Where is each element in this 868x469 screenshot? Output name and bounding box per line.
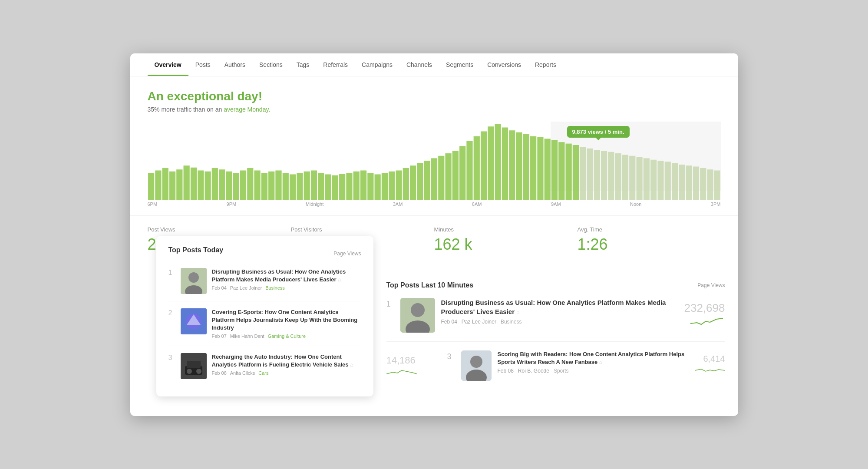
svg-rect-76 bbox=[679, 165, 685, 200]
today-post-1[interactable]: 1 Disrupting Business as Usual: How One … bbox=[168, 268, 361, 301]
svg-point-96 bbox=[187, 369, 192, 374]
today-post-3-info: Recharging the Auto Industry: How One Co… bbox=[212, 353, 361, 376]
chart-x-labels: 6PM 9PM Midnight 3AM 6AM 9AM Noon 3PM bbox=[148, 200, 721, 211]
svg-rect-73 bbox=[657, 161, 663, 200]
nav-sections[interactable]: Sections bbox=[252, 53, 290, 76]
post-thumb-3-10min bbox=[461, 350, 492, 381]
nav-overview[interactable]: Overview bbox=[148, 53, 188, 76]
svg-rect-24 bbox=[310, 170, 317, 200]
nav-referrals[interactable]: Referrals bbox=[316, 53, 355, 76]
nav-posts[interactable]: Posts bbox=[188, 53, 218, 76]
svg-rect-44 bbox=[452, 151, 458, 200]
svg-rect-5 bbox=[176, 169, 182, 200]
today-post-2-thumb bbox=[181, 308, 207, 334]
today-post-1-thumb bbox=[181, 268, 207, 294]
svg-rect-32 bbox=[367, 173, 373, 200]
svg-rect-18 bbox=[268, 171, 274, 199]
svg-rect-98 bbox=[187, 361, 201, 368]
svg-rect-56 bbox=[537, 137, 543, 200]
svg-rect-62 bbox=[580, 147, 586, 200]
svg-rect-10 bbox=[211, 168, 218, 199]
svg-rect-68 bbox=[622, 155, 628, 200]
svg-rect-61 bbox=[572, 145, 578, 200]
page-views-label-10min: Page Views bbox=[697, 282, 725, 288]
today-post-2[interactable]: 2 Covering E-Sports: How One Content Ana… bbox=[168, 308, 361, 347]
svg-rect-20 bbox=[282, 173, 288, 200]
svg-rect-1 bbox=[148, 173, 154, 200]
right-panel: Top Posts Last 10 Minutes Page Views 1 bbox=[373, 264, 738, 403]
svg-rect-45 bbox=[459, 146, 465, 200]
svg-rect-11 bbox=[218, 169, 224, 200]
nav-tags[interactable]: Tags bbox=[290, 53, 317, 76]
svg-rect-63 bbox=[587, 148, 593, 199]
svg-rect-33 bbox=[374, 174, 380, 200]
svg-rect-8 bbox=[198, 170, 204, 200]
svg-point-89 bbox=[188, 272, 199, 283]
svg-rect-72 bbox=[650, 159, 657, 199]
today-post-3-thumb bbox=[181, 353, 207, 379]
svg-rect-29 bbox=[346, 173, 352, 200]
svg-rect-77 bbox=[686, 165, 692, 200]
nav-authors[interactable]: Authors bbox=[218, 53, 252, 76]
svg-rect-64 bbox=[594, 150, 600, 200]
svg-rect-39 bbox=[417, 163, 423, 199]
stat-avg-time: Avg. Time 1:26 bbox=[578, 226, 721, 254]
svg-rect-28 bbox=[339, 174, 345, 200]
page-views-label-today: Page Views bbox=[333, 251, 361, 257]
svg-rect-14 bbox=[240, 170, 246, 200]
svg-rect-49 bbox=[488, 126, 494, 200]
svg-rect-3 bbox=[162, 168, 168, 199]
svg-rect-38 bbox=[409, 165, 416, 200]
svg-rect-74 bbox=[664, 162, 670, 200]
svg-rect-78 bbox=[693, 166, 699, 200]
top-posts-10min-title: Top Posts Last 10 Minutes bbox=[386, 281, 474, 289]
svg-rect-22 bbox=[297, 173, 303, 200]
average-monday-link[interactable]: average Monday. bbox=[224, 106, 270, 113]
svg-rect-42 bbox=[438, 155, 444, 199]
chart-bars bbox=[148, 122, 721, 200]
svg-rect-12 bbox=[226, 171, 232, 199]
svg-rect-69 bbox=[629, 155, 635, 199]
today-post-1-info: Disrupting Business as Usual: How One An… bbox=[212, 268, 361, 291]
svg-rect-21 bbox=[289, 174, 295, 200]
svg-rect-27 bbox=[332, 175, 338, 199]
today-post-3[interactable]: 3 Recharging the Auto Industry: How One … bbox=[168, 353, 361, 386]
chart-tooltip: 9,873 views / 5 min. bbox=[567, 126, 630, 138]
svg-rect-7 bbox=[190, 167, 196, 199]
svg-rect-67 bbox=[615, 153, 621, 200]
svg-rect-79 bbox=[700, 168, 706, 199]
today-post-2-info: Covering E-Sports: How One Content Analy… bbox=[212, 308, 361, 339]
top-posts-today-title: Top Posts Today bbox=[168, 246, 224, 254]
svg-rect-55 bbox=[530, 136, 536, 199]
top-10min-post-1: 1 Disrupting Business as Usual: How One … bbox=[386, 298, 725, 342]
nav-segments[interactable]: Segments bbox=[439, 53, 480, 76]
post-thumb-1-10min bbox=[400, 298, 435, 333]
middle-views: 14,186 bbox=[386, 355, 416, 366]
svg-rect-60 bbox=[565, 143, 571, 199]
svg-rect-51 bbox=[502, 127, 508, 200]
nav-conversions[interactable]: Conversions bbox=[480, 53, 528, 76]
hero-heading: An exceptional day! bbox=[148, 89, 271, 103]
post-views-1-10min: 232,698 bbox=[684, 298, 725, 330]
svg-rect-17 bbox=[261, 173, 267, 200]
svg-rect-25 bbox=[318, 173, 324, 200]
svg-rect-66 bbox=[608, 152, 614, 199]
svg-rect-26 bbox=[325, 174, 331, 200]
svg-rect-9 bbox=[205, 171, 211, 199]
post-views-3-10min: 6,414 bbox=[695, 350, 725, 377]
svg-point-86 bbox=[470, 356, 482, 368]
svg-rect-4 bbox=[169, 171, 175, 199]
svg-rect-48 bbox=[480, 131, 486, 200]
svg-point-83 bbox=[411, 303, 425, 317]
svg-rect-36 bbox=[396, 170, 402, 200]
svg-rect-35 bbox=[389, 171, 395, 199]
svg-rect-13 bbox=[233, 173, 239, 200]
nav-channels[interactable]: Channels bbox=[399, 53, 439, 76]
nav-reports[interactable]: Reports bbox=[528, 53, 563, 76]
svg-rect-2 bbox=[155, 170, 161, 200]
nav-campaigns[interactable]: Campaigns bbox=[355, 53, 399, 76]
svg-rect-43 bbox=[445, 153, 451, 200]
hero-subtext: 35% more traffic than on an average Mond… bbox=[148, 106, 271, 113]
top-10min-post-3: 3 Scoring Big with Readers: How One Cont… bbox=[447, 350, 725, 381]
svg-rect-46 bbox=[466, 141, 472, 200]
